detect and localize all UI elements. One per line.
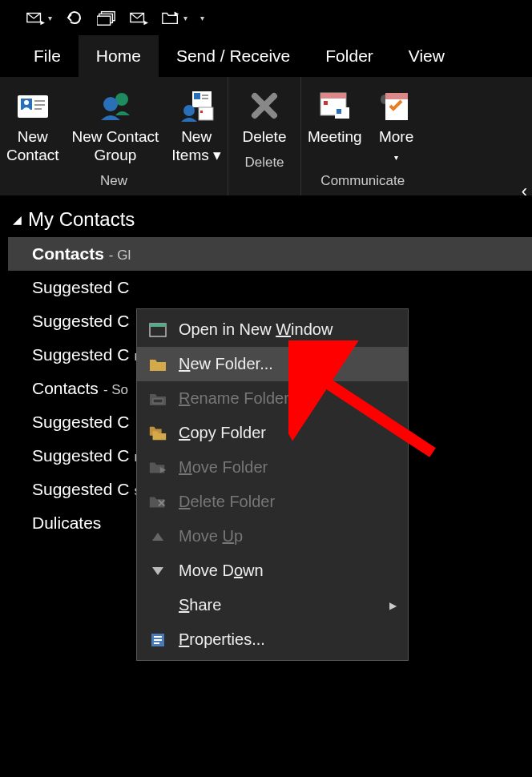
delete-label: Delete — [243, 128, 287, 147]
folder-header-label: My Contacts — [28, 208, 135, 231]
folder-item-name: Contacts — [32, 379, 99, 398]
items-stack-icon — [97, 10, 116, 26]
svg-rect-22 — [324, 101, 328, 105]
triangle-down-icon — [148, 562, 167, 580]
folder-item-name: Suggested C — [32, 446, 129, 465]
meeting-button[interactable]: Meeting — [301, 83, 369, 168]
qat-mail[interactable] — [123, 6, 155, 29]
svg-rect-31 — [154, 636, 162, 638]
folder-item[interactable]: Suggested C — [8, 271, 532, 304]
folder-item-name: Suggested C — [32, 413, 129, 432]
folder-rename-icon — [148, 390, 167, 408]
ctx-move-up: Move Up — [137, 519, 408, 554]
folder-item-name: Contacts — [32, 244, 104, 264]
svg-rect-18 — [199, 107, 213, 120]
ribbon-tabs: File Home Send / Receive Folder View — [0, 35, 532, 77]
svg-rect-21 — [320, 93, 346, 99]
svg-rect-33 — [154, 642, 159, 644]
new-items-button[interactable]: NewItems ▾ — [165, 83, 228, 168]
svg-rect-28 — [150, 324, 166, 327]
more-icon — [377, 87, 416, 125]
context-menu: Open in New Window New Folder... Rename … — [136, 308, 409, 661]
tab-send-receive[interactable]: Send / Receive — [159, 35, 308, 77]
ctx-open-new-window-label: Open in New Window — [179, 320, 332, 339]
new-items-label: NewItems ▾ — [171, 128, 221, 165]
expand-triangle-icon: ◢ — [13, 213, 22, 226]
dropdown-arrow-icon: ▾ — [200, 14, 204, 22]
folder-move-icon — [148, 459, 167, 477]
folder-send-icon — [161, 10, 180, 26]
svg-rect-9 — [34, 104, 45, 106]
new-contact-group-label: New ContactGroup — [71, 128, 159, 165]
ribbon-group-new-label: New — [100, 168, 127, 192]
ctx-properties[interactable]: Properties... — [137, 622, 408, 657]
ctx-move-up-label: Move Up — [179, 527, 243, 546]
ctx-share[interactable]: Share ▶ — [137, 588, 408, 622]
more-label: More▾ — [379, 128, 413, 165]
ctx-delete-folder: Delete Folder — [137, 485, 408, 519]
new-items-icon — [177, 87, 216, 125]
folder-item-name: Suggested C — [32, 480, 129, 499]
svg-rect-32 — [154, 639, 162, 641]
ctx-delete-folder-label: Delete Folder — [179, 493, 275, 511]
qat-items[interactable] — [91, 6, 123, 29]
folder-copy-icon — [148, 425, 167, 442]
ctx-rename-folder: Rename Folder — [137, 381, 408, 416]
contact-card-icon — [14, 87, 52, 125]
qat-undo[interactable] — [58, 6, 91, 29]
ribbon: NewContact New ContactGroup NewItems ▾ N… — [0, 77, 532, 195]
folder-item-suffix: - Gl — [109, 248, 131, 264]
svg-point-12 — [103, 97, 118, 111]
ctx-move-folder: Move Folder — [137, 450, 408, 485]
ribbon-group-delete-label: Delete — [244, 150, 284, 174]
new-contact-group-button[interactable]: New ContactGroup — [65, 83, 165, 168]
tab-file[interactable]: File — [16, 35, 79, 77]
meeting-icon — [316, 87, 354, 125]
folder-new-icon — [148, 356, 167, 373]
tab-folder[interactable]: Folder — [308, 35, 391, 77]
new-contact-label: NewContact — [6, 128, 58, 165]
folder-item-name: Dulicates — [32, 513, 101, 533]
delete-button[interactable]: Delete — [228, 83, 300, 150]
ctx-share-label: Share — [179, 596, 221, 614]
qat-customize[interactable]: ▾ — [194, 10, 211, 26]
qat-send-receive[interactable]: ▾ — [19, 6, 58, 29]
ctx-move-down[interactable]: Move Down — [137, 554, 408, 588]
ctx-new-folder-label: New Folder... — [179, 355, 273, 373]
delete-x-icon — [245, 87, 284, 125]
svg-rect-19 — [200, 111, 203, 113]
folder-item-suffix: - So — [103, 382, 128, 398]
ctx-new-folder[interactable]: New Folder... — [137, 347, 408, 381]
ctx-open-new-window[interactable]: Open in New Window — [137, 312, 408, 347]
ctx-move-folder-label: Move Folder — [179, 458, 268, 477]
properties-icon — [148, 631, 167, 649]
ctx-copy-folder[interactable]: Copy Folder — [137, 416, 408, 450]
tab-home[interactable]: Home — [79, 35, 159, 77]
folder-item-name: Suggested C — [32, 312, 129, 331]
folder-delete-icon — [148, 493, 167, 511]
mail-send-icon — [129, 10, 148, 26]
svg-rect-26 — [385, 93, 408, 99]
dropdown-arrow-icon: ▾ — [48, 14, 52, 22]
tab-view[interactable]: View — [391, 35, 462, 77]
folder-header-my-contacts[interactable]: ◢ My Contacts — [8, 202, 532, 237]
new-contact-button[interactable]: NewContact — [0, 83, 65, 168]
folder-item-name: Suggested C — [32, 278, 129, 297]
svg-point-17 — [183, 105, 195, 116]
svg-rect-29 — [153, 399, 163, 403]
more-button[interactable]: More▾ — [369, 83, 425, 168]
undo-icon — [65, 10, 84, 26]
send-receive-icon — [26, 10, 45, 26]
ribbon-group-communicate: Meeting More▾ Communicate — [301, 77, 425, 195]
folder-item[interactable]: Contacts- Gl — [8, 237, 532, 271]
ctx-move-down-label: Move Down — [179, 562, 264, 580]
svg-rect-24 — [337, 109, 341, 114]
qat-folder[interactable]: ▾ — [155, 6, 194, 29]
ctx-copy-folder-label: Copy Folder — [179, 424, 266, 442]
svg-point-7 — [24, 100, 29, 105]
folder-item-name: Suggested C — [32, 345, 129, 364]
svg-rect-14 — [194, 93, 200, 99]
collapse-ribbon-icon[interactable]: ‹ — [522, 181, 527, 202]
ribbon-group-communicate-label: Communicate — [320, 168, 405, 192]
ctx-rename-folder-label: Rename Folder — [179, 389, 289, 408]
